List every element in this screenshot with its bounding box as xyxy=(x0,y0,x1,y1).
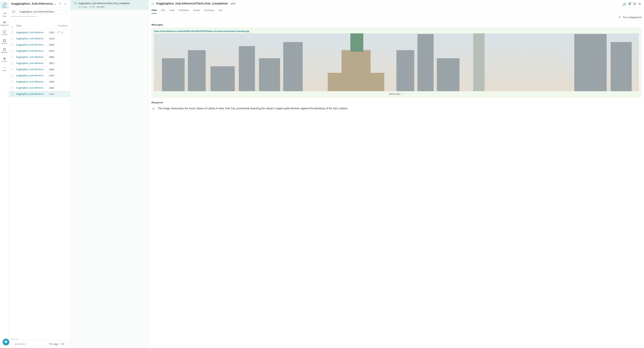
table-row[interactable]: huggingface_hub.Inference…4483 xyxy=(9,54,70,60)
sidenav-item-datasets[interactable]: Datasets xyxy=(0,47,8,54)
trace-name[interactable]: huggingface_hub.Inference… xyxy=(16,80,48,83)
copy-link-button[interactable] xyxy=(622,2,627,6)
column-header-feedback[interactable]: Feedback xyxy=(56,17,70,28)
row-checkbox[interactable] xyxy=(11,62,14,64)
row-checkbox[interactable] xyxy=(11,38,14,40)
row-checkbox[interactable] xyxy=(11,44,14,46)
table-row[interactable]: huggingface_hub.Inference…d2e0 xyxy=(9,66,70,72)
svg-rect-24 xyxy=(162,58,184,91)
prompts-icon xyxy=(3,30,6,33)
sidenav-item-playground[interactable]: Playground xyxy=(0,20,8,27)
row-checkbox[interactable] xyxy=(11,56,14,58)
try-in-playground-label: Try in playground xyxy=(623,16,642,19)
response-text: The image showcases the iconic Statue of… xyxy=(158,106,348,111)
row-checkbox[interactable] xyxy=(11,31,14,34)
horizontal-scrollbar[interactable] xyxy=(10,16,69,17)
chevron-down-icon xyxy=(402,93,404,95)
svg-point-46 xyxy=(154,109,154,109)
tab-call[interactable]: Call xyxy=(161,7,165,14)
svg-rect-29 xyxy=(283,42,302,91)
svg-point-8 xyxy=(3,67,4,68)
svg-point-9 xyxy=(4,67,5,68)
chevron-down-icon xyxy=(64,11,66,13)
trace-name[interactable]: huggingface_hub.Inference… xyxy=(16,31,48,34)
next-trace-button[interactable] xyxy=(64,2,67,6)
annotate-icon[interactable] xyxy=(57,31,60,34)
tab-chat[interactable]: Chat xyxy=(152,7,157,14)
svg-rect-31 xyxy=(418,34,434,91)
svg-rect-25 xyxy=(188,50,206,91)
pager-prev[interactable] xyxy=(11,343,14,345)
comment-icon[interactable] xyxy=(61,31,64,34)
trace-name[interactable]: huggingface_hub.Inference… xyxy=(16,50,48,52)
table-row[interactable]: huggingface_hub.Inference…465c xyxy=(9,60,70,66)
svg-point-2 xyxy=(5,22,5,22)
table-row[interactable]: huggingface_hub.Inference…e9eb xyxy=(9,79,70,85)
table-row[interactable]: huggingface_hub.Inference…83b4 xyxy=(9,42,70,48)
trace-name[interactable]: huggingface_hub.Inference… xyxy=(16,56,48,58)
close-button[interactable] xyxy=(638,2,642,6)
trace-name[interactable]: huggingface_hub.Inference… xyxy=(16,37,48,40)
trace-name[interactable]: huggingface_hub.Inference… xyxy=(16,62,48,64)
trace-name[interactable]: huggingface_hub.Inference… xyxy=(16,44,48,46)
svg-rect-28 xyxy=(259,58,280,91)
tab-use[interactable]: Use xyxy=(218,7,222,14)
tab-scores[interactable]: Scores xyxy=(193,7,200,14)
intercom-chat-button[interactable] xyxy=(2,339,9,346)
fullscreen-button[interactable] xyxy=(633,2,636,6)
row-checkbox[interactable] xyxy=(11,87,14,89)
svg-rect-26 xyxy=(210,66,235,91)
sidenav-item-label: Evals xyxy=(2,16,6,17)
sidenav-item-evals[interactable]: Evals xyxy=(0,11,8,18)
table-row[interactable]: huggingface_hub.Inference…bcc6 xyxy=(9,36,70,42)
select-all-checkbox[interactable] xyxy=(11,26,14,28)
trace-hash: 465c xyxy=(48,62,55,64)
tab-feedback[interactable]: Feedback xyxy=(178,7,189,14)
trace-name[interactable]: huggingface_hub.Inference… xyxy=(16,68,48,71)
message-card: https://cdn.britannica.com/61/93061-050-… xyxy=(152,28,642,98)
table-row[interactable]: huggingface_hub.Inference…94f4 xyxy=(9,48,70,54)
table-row[interactable]: huggingface_hub.Inference…7e3e xyxy=(9,30,70,36)
sidenav-item-traces[interactable]: Traces xyxy=(0,2,8,9)
svg-rect-38 xyxy=(328,73,384,91)
message-image-url[interactable]: https://cdn.britannica.com/61/93061-050-… xyxy=(154,30,639,32)
sidenav-item-more[interactable]: More xyxy=(0,65,8,72)
column-header-trace[interactable]: Trace xyxy=(15,17,56,28)
trace-name[interactable]: huggingface_hub.Inference… xyxy=(16,74,48,77)
chevron-down-icon xyxy=(64,343,67,345)
pager-next[interactable] xyxy=(26,343,29,345)
messages-heading: Messages xyxy=(152,23,642,26)
show-more-button[interactable]: Show more xyxy=(154,91,639,95)
edit-button[interactable] xyxy=(628,2,632,6)
tab-code[interactable]: Code xyxy=(169,7,174,14)
svg-point-20 xyxy=(619,17,620,18)
row-checkbox[interactable] xyxy=(11,50,14,52)
try-in-playground-button[interactable]: Try in playground xyxy=(618,16,642,19)
row-checkbox[interactable] xyxy=(11,68,14,71)
table-row[interactable]: huggingface_hub.Inference…e63f xyxy=(9,72,70,79)
sidenav-item-prompts[interactable]: Prompts xyxy=(0,29,8,36)
trace-node[interactable]: huggingface_hub.InferenceClient.chat_com… xyxy=(70,0,149,10)
svg-rect-32 xyxy=(437,58,460,91)
sidenav-item-label: Datasets xyxy=(1,52,8,53)
assistant-icon xyxy=(152,107,156,111)
refresh-button[interactable] xyxy=(11,9,16,14)
response-heading: Response xyxy=(152,101,642,104)
sidenav-item-scorers[interactable]: Scorers xyxy=(0,56,8,64)
horizontal-scrollbar-bottom[interactable] xyxy=(10,338,69,340)
trace-tree-pane: huggingface_hub.InferenceClient.chat_com… xyxy=(70,0,149,348)
tab-summary[interactable]: Summary xyxy=(204,7,214,14)
prev-trace-button[interactable] xyxy=(58,2,62,6)
table-row[interactable]: huggingface_hub.Inference…ae41 xyxy=(9,91,70,97)
per-page-select[interactable]: 50 xyxy=(60,342,68,346)
table-row[interactable]: huggingface_hub.Inference…20a0 xyxy=(9,85,70,91)
row-checkbox[interactable] xyxy=(11,74,14,77)
trace-name[interactable]: huggingface_hub.Inference… xyxy=(16,93,48,95)
trace-hash: 7e3e xyxy=(48,31,55,34)
svg-rect-30 xyxy=(396,50,414,91)
row-checkbox[interactable] xyxy=(11,93,14,95)
trace-filter-dropdown[interactable]: huggingface_hub.InferenceClient.c… xyxy=(18,9,68,14)
sidenav-item-models[interactable]: Models xyxy=(0,38,8,45)
row-checkbox[interactable] xyxy=(11,80,14,83)
trace-name[interactable]: huggingface_hub.Inference… xyxy=(16,86,48,89)
